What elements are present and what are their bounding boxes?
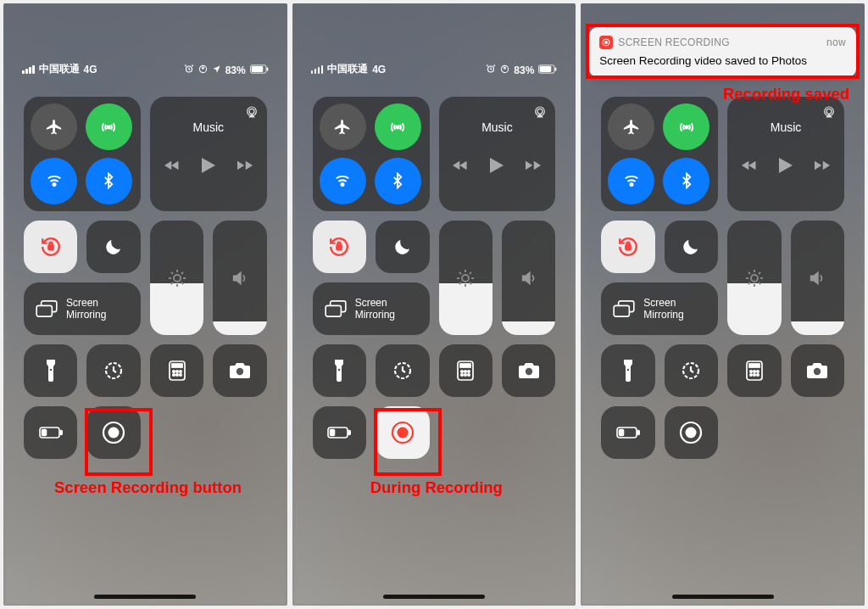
battery-low-icon bbox=[327, 427, 351, 439]
timer-button[interactable] bbox=[376, 344, 429, 397]
svg-point-59 bbox=[604, 41, 608, 44]
home-indicator[interactable] bbox=[383, 595, 485, 599]
bluetooth-icon bbox=[100, 172, 117, 189]
carrier-label: 中国联通 bbox=[327, 62, 368, 76]
low-power-mode-button[interactable] bbox=[601, 406, 654, 459]
orientation-lock-button[interactable] bbox=[313, 221, 366, 273]
music-label: Music bbox=[192, 120, 224, 134]
previous-track-button[interactable] bbox=[742, 159, 757, 175]
do-not-disturb-button[interactable] bbox=[376, 221, 429, 273]
airplane-mode-button[interactable] bbox=[320, 103, 366, 150]
do-not-disturb-button[interactable] bbox=[86, 221, 140, 273]
camera-button[interactable] bbox=[213, 344, 266, 397]
flashlight-button[interactable] bbox=[601, 344, 654, 397]
volume-slider[interactable] bbox=[213, 221, 266, 335]
music-widget[interactable]: Music bbox=[150, 97, 267, 211]
music-widget[interactable]: Music bbox=[439, 97, 556, 211]
calculator-button[interactable] bbox=[150, 344, 203, 397]
next-track-button[interactable] bbox=[526, 159, 541, 175]
camera-button[interactable] bbox=[791, 344, 844, 397]
brightness-slider[interactable] bbox=[439, 221, 492, 335]
camera-button[interactable] bbox=[502, 344, 555, 397]
notif-message: Screen Recording video saved to Photos bbox=[599, 54, 846, 67]
wifi-button[interactable] bbox=[31, 158, 77, 204]
airplane-icon bbox=[45, 118, 64, 137]
flashlight-icon bbox=[45, 360, 57, 382]
svg-point-51 bbox=[468, 374, 470, 376]
svg-rect-4 bbox=[266, 67, 268, 70]
alarm-icon bbox=[184, 64, 194, 76]
screen-recording-button[interactable] bbox=[86, 406, 140, 459]
notification-banner[interactable]: SCREEN RECORDING now Screen Recording vi… bbox=[589, 27, 856, 77]
play-button[interactable] bbox=[490, 158, 504, 176]
timer-button[interactable] bbox=[665, 344, 718, 397]
previous-track-button[interactable] bbox=[164, 159, 180, 175]
home-indicator[interactable] bbox=[94, 595, 196, 599]
antenna-icon bbox=[99, 118, 118, 137]
cellular-data-button[interactable] bbox=[663, 103, 709, 150]
svg-rect-71 bbox=[749, 364, 760, 367]
screen-mirroring-button[interactable]: Screen Mirroring bbox=[24, 282, 141, 335]
flashlight-button[interactable] bbox=[313, 344, 366, 397]
next-track-button[interactable] bbox=[815, 159, 830, 175]
phone-panel-2: 中国联通 4G 83% Music S bbox=[292, 3, 576, 606]
airplane-mode-button[interactable] bbox=[31, 103, 77, 150]
calculator-button[interactable] bbox=[439, 344, 492, 397]
wifi-button[interactable] bbox=[320, 158, 366, 204]
volume-icon bbox=[808, 269, 826, 288]
flashlight-button[interactable] bbox=[24, 344, 77, 397]
connectivity-group bbox=[313, 97, 430, 211]
airplay-icon[interactable] bbox=[533, 105, 547, 122]
annotation-3: Recording saved bbox=[723, 85, 849, 103]
svg-rect-33 bbox=[555, 67, 557, 70]
next-track-button[interactable] bbox=[237, 159, 253, 175]
notif-app-name: SCREEN RECORDING bbox=[618, 36, 729, 48]
cellular-data-button[interactable] bbox=[86, 103, 132, 150]
svg-point-23 bbox=[236, 368, 243, 375]
airplay-icon[interactable] bbox=[245, 105, 259, 122]
volume-slider[interactable] bbox=[791, 221, 844, 335]
notif-app-icon bbox=[599, 36, 613, 49]
svg-point-72 bbox=[750, 371, 752, 372]
music-label: Music bbox=[771, 120, 802, 134]
brightness-slider[interactable] bbox=[150, 221, 203, 335]
screen-recording-button[interactable] bbox=[376, 406, 429, 459]
battery-pct: 83% bbox=[225, 64, 246, 76]
orientation-lock-button[interactable] bbox=[24, 221, 77, 273]
battery-low-icon bbox=[616, 427, 640, 439]
play-button[interactable] bbox=[779, 158, 793, 176]
svg-point-10 bbox=[174, 275, 181, 282]
home-indicator[interactable] bbox=[672, 595, 774, 599]
low-power-mode-button[interactable] bbox=[313, 406, 366, 459]
calculator-button[interactable] bbox=[727, 344, 781, 397]
previous-track-button[interactable] bbox=[453, 159, 468, 175]
mirror-label-2: Mirroring bbox=[643, 309, 683, 321]
orientation-lock-button[interactable] bbox=[601, 221, 654, 273]
airplay-icon[interactable] bbox=[822, 105, 836, 122]
network-label: 4G bbox=[84, 64, 97, 75]
bluetooth-button[interactable] bbox=[86, 158, 132, 204]
screen-recording-button[interactable] bbox=[665, 406, 718, 459]
orientation-lock-icon bbox=[617, 236, 639, 258]
screen-mirroring-icon bbox=[613, 300, 635, 317]
low-power-mode-button[interactable] bbox=[24, 406, 77, 459]
screen-mirroring-button[interactable]: ScreenMirroring bbox=[313, 282, 430, 335]
screen-mirroring-button[interactable]: ScreenMirroring bbox=[601, 282, 718, 335]
bluetooth-button[interactable] bbox=[375, 158, 421, 204]
wifi-icon bbox=[45, 171, 64, 190]
cellular-data-button[interactable] bbox=[375, 103, 421, 150]
svg-point-28 bbox=[108, 427, 120, 439]
brightness-slider[interactable] bbox=[727, 221, 781, 335]
airplane-mode-button[interactable] bbox=[608, 103, 654, 150]
timer-button[interactable] bbox=[86, 344, 140, 397]
wifi-icon bbox=[333, 171, 352, 190]
svg-point-18 bbox=[175, 371, 177, 372]
music-widget[interactable]: Music bbox=[727, 97, 844, 211]
bluetooth-button[interactable] bbox=[663, 158, 709, 204]
do-not-disturb-button[interactable] bbox=[665, 221, 718, 273]
wifi-button[interactable] bbox=[608, 158, 654, 204]
svg-rect-54 bbox=[331, 430, 335, 436]
volume-slider[interactable] bbox=[502, 221, 555, 335]
play-button[interactable] bbox=[202, 158, 215, 176]
wifi-icon bbox=[622, 171, 641, 190]
